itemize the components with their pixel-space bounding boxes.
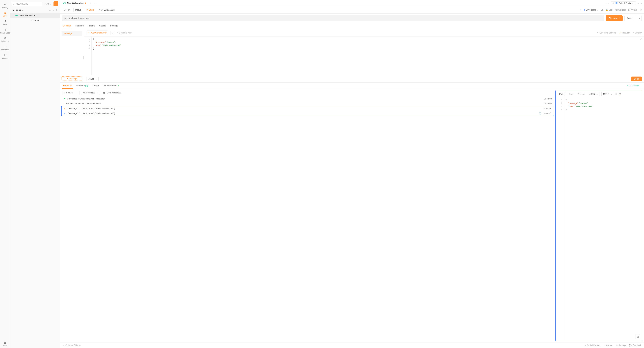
sidebar-all-apis[interactable]: ▣ All APIs ⟳ + ⇅ [10,8,60,13]
tab-more[interactable]: ⋯ [93,2,98,4]
simplify-button[interactable]: ≡ Simplify [633,32,642,34]
log-row-incoming[interactable]: ↓{ "message": "content", "data": "Hello,… [62,111,554,116]
status-successful: ⚭Successful [627,85,642,87]
req-tab-settings[interactable]: Settings [110,23,118,29]
arrow-left-icon[interactable]: ‹ [606,2,606,4]
log-row-outgoing[interactable]: ↑{ "message": "content", "data": "Hello,… [62,106,554,111]
url-input[interactable]: wss://echo.websocket.org [62,15,604,21]
nav-trash[interactable]: 🗑Trash [0,340,10,348]
sidebar-search[interactable]: ⌕ [12,2,42,6]
share-docs-icon: ⇪ [4,28,6,31]
feedback-button[interactable]: 💬 Feedback [629,344,641,347]
layout-toggle-button[interactable]: ⊞ [635,334,640,339]
code-body[interactable]: { "message": "content", "data": "Hello, … [92,36,122,75]
sidebar-add-button[interactable]: + [54,1,58,6]
tab-add[interactable]: + [88,2,93,4]
refresh-icon[interactable]: ⟳ [49,9,51,11]
chevron-down-icon: ⌄ [596,93,598,95]
message-filter[interactable]: All Messages⌄ [81,91,100,95]
fullscreen-icon[interactable]: ⤢ [640,38,642,40]
editor-toolbar: ✦Auto Generate ⓘ ⌄ ✧Dynamic Value ✎ Edit… [84,29,644,36]
auto-generate-button[interactable]: ✦Auto Generate ⓘ [86,30,108,35]
resp-tab-headers[interactable]: Headers (7) [76,83,88,89]
chevron-down-icon: ⌄ [610,93,612,95]
line-gutter: 1234 [84,36,92,75]
plus-icon: + [67,77,68,80]
log-row-connected[interactable]: ✔Connected to wss://echo.websocket.org/1… [60,96,555,101]
nav-history[interactable]: ↺History [0,2,10,10]
auto-generate-dropdown[interactable]: ⌄ [110,31,114,35]
chevron-down-icon[interactable]: ⌄ [638,2,639,4]
code-editor[interactable]: 1234 { "message": "content", "data": "He… [84,36,644,75]
menu-icon[interactable]: ≡ [641,2,642,4]
req-tab-message[interactable]: Message [62,23,72,29]
environment-select[interactable]: ◎ D Default Environ… [611,1,636,5]
resp-tab-response[interactable]: Response [62,83,73,89]
cookie-button[interactable]: ⟳ Cookie [604,344,612,347]
sidebar-search-input[interactable] [16,3,41,5]
resp-tab-cookie[interactable]: Cookie [92,83,99,89]
sparkle-icon: ✦ [88,32,90,34]
sidebar-all-apis-label: All APIs [16,9,23,11]
sort-icon[interactable]: ⇅ [56,9,58,11]
nav-advanced[interactable]: ▭Advanced [0,43,10,52]
branch-icon[interactable]: ⎇ [601,9,603,11]
viewer-code[interactable]: 1234 { "message": "content", "data": "He… [557,98,641,340]
settings-button[interactable]: ⚙ Settings [616,344,626,347]
debug-tab[interactable]: Debug [74,8,83,12]
share-button[interactable]: ⇱Share [85,8,96,12]
nav-share-docs[interactable]: ⇪Share Docs [0,27,10,35]
viewer-tab-raw[interactable]: Raw [568,92,574,96]
wand-icon: ✧ [117,32,118,34]
sidebar-filter[interactable]: ●All⌄ [44,3,52,5]
sidebar-item-label: New Websocket [20,14,36,16]
lock-button[interactable]: 🔒 Lock [606,9,613,11]
save-dropdown[interactable]: ⌄ [637,15,642,21]
req-tab-params[interactable]: Params [88,23,96,29]
viewer-tab-pretty[interactable]: Pretty [558,92,566,96]
status-developing[interactable]: Developing⌄ [584,9,598,11]
design-tab[interactable]: Design [62,8,72,12]
nav-schemas[interactable]: ⚙Schemas [0,35,10,43]
duplicate-button[interactable]: ⧉ Duplicate [615,9,626,11]
req-tab-cookie[interactable]: Cookie [99,23,106,29]
tab-websocket[interactable]: WS New Websocket [60,0,88,6]
arrow-up-icon: ↑ [64,107,65,110]
add-message-button[interactable]: + Message [62,76,82,81]
manage-icon: ⊞ [4,53,6,56]
log-text: Request served by 1781505b56ee58 [66,102,100,105]
nav-apis[interactable]: ▣APIs [0,10,10,18]
save-button[interactable]: Save [624,15,635,21]
format-select[interactable]: JSON⌄ [86,77,98,81]
req-tab-headers[interactable]: Headers [75,23,84,29]
log-row-incoming[interactable]: ↓Request served by 1781505b56ee5814:44:0… [60,101,555,106]
archive-button[interactable]: 🗄 Archive [628,9,637,11]
expand-icon[interactable]: ⤢ [580,9,581,11]
send-button[interactable]: Send [631,77,642,81]
copy-icon[interactable]: ⧉ [616,93,617,95]
arrow-right-icon[interactable]: › [608,2,609,4]
log-highlight-group: ↑{ "message": "content", "data": "Hello,… [61,106,554,116]
global-params-button[interactable]: ⊞ Global Params [584,344,600,347]
viewer-encoding-select[interactable]: UTF-8⌄ [602,92,614,96]
plus-small-icon[interactable]: + [53,9,54,11]
disconnect-button[interactable]: Disconnect [606,15,622,21]
sidebar-item-websocket[interactable]: WS New Websocket [10,13,60,18]
edit-schema-button[interactable]: ✎ Edit using Schema [597,32,616,34]
env-badge: D [615,2,618,4]
message-item[interactable]: Message [62,31,82,36]
clear-messages-button[interactable]: 🗑Clear Messages [102,91,123,95]
nav-manage[interactable]: ⊞Manage [0,52,10,60]
viewer-format-select[interactable]: JSON⌄ [588,92,600,96]
resp-tab-actual-request[interactable]: Actual Request [102,83,120,89]
log-search-input[interactable] [66,92,78,94]
dynamic-value-button[interactable]: ✧Dynamic Value [117,32,132,34]
log-search[interactable]: ⌕ [62,91,80,95]
info-icon[interactable]: ⓘ [640,8,642,11]
collapse-sidebar-button[interactable]: ← Collapse Sidebar [62,344,81,347]
nav-tests[interactable]: ⚗Tests [0,18,10,27]
viewer-tab-preview[interactable]: Preview [576,92,586,96]
save-icon[interactable]: 💾 [619,93,621,95]
sidebar-create[interactable]: +Create [10,18,60,23]
beautify-button[interactable]: ✨ Beautify [619,32,630,34]
